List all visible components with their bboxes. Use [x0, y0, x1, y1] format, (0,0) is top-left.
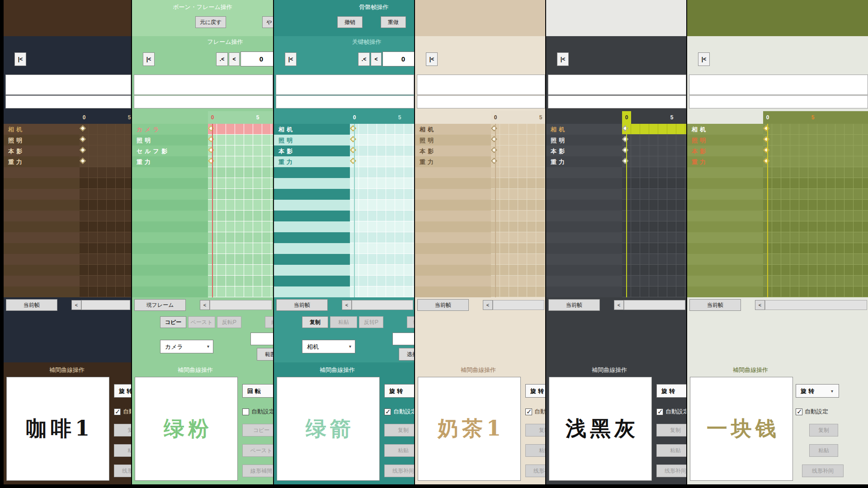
- keyframe-cells[interactable]: [350, 276, 414, 286]
- keyframe-cells[interactable]: [491, 124, 545, 135]
- timeline-row[interactable]: [546, 167, 686, 178]
- keyframe-cells[interactable]: [208, 221, 273, 232]
- timeline-row[interactable]: [274, 286, 414, 297]
- timeline-row[interactable]: [687, 254, 868, 265]
- timeline-row[interactable]: [132, 200, 273, 211]
- timeline-row[interactable]: [274, 211, 414, 221]
- paste-button[interactable]: ペースト: [188, 316, 215, 328]
- timeline-row[interactable]: [4, 232, 131, 243]
- timeline-row[interactable]: [415, 189, 545, 200]
- keyframe-timeline[interactable]: 0 5 相机照明本影重力: [415, 111, 545, 297]
- range-select-button[interactable]: 範囲選択: [257, 348, 273, 361]
- first-frame-button[interactable]: |<: [143, 52, 155, 66]
- keyframe-cells[interactable]: [491, 211, 545, 221]
- timeline-row[interactable]: 照明: [415, 135, 545, 145]
- keyframe-cells[interactable]: [491, 286, 545, 297]
- auto-setting-checkbox[interactable]: 自動設定: [114, 408, 131, 416]
- keyframe-diamond-icon[interactable]: [491, 136, 497, 142]
- rotate-select[interactable]: 旋转 ▾: [114, 384, 131, 398]
- scroll-left-button[interactable]: <: [71, 300, 81, 310]
- interp-paste-button[interactable]: 粘贴: [525, 444, 545, 457]
- keyframe-cells[interactable]: [622, 232, 686, 243]
- interp-copy-button[interactable]: 复制: [384, 424, 414, 436]
- current-frame-button[interactable]: 当前帧: [6, 299, 57, 311]
- keyframe-cells[interactable]: [763, 178, 868, 189]
- timeline-row[interactable]: [546, 178, 686, 189]
- timeline-row[interactable]: [415, 211, 545, 221]
- timeline-row[interactable]: [274, 189, 414, 200]
- timeline-row[interactable]: [687, 265, 868, 276]
- timeline-row[interactable]: [687, 243, 868, 254]
- timeline-row[interactable]: 重力: [274, 156, 414, 167]
- keyframe-cells[interactable]: [491, 232, 545, 243]
- timeline-row[interactable]: 重力: [4, 156, 131, 167]
- keyframe-cells[interactable]: [763, 124, 868, 135]
- keyframe-cells[interactable]: [80, 124, 131, 135]
- reverse-paste-button[interactable]: 反転P: [217, 316, 241, 328]
- keyframe-cells[interactable]: [350, 265, 414, 276]
- interp-copy-button[interactable]: 复制: [525, 424, 545, 436]
- keyframe-diamond-icon[interactable]: [622, 158, 628, 164]
- extra-button[interactable]: 絞: [265, 316, 273, 328]
- timeline-row[interactable]: [546, 200, 686, 211]
- keyframe-cells[interactable]: [622, 124, 686, 135]
- keyframe-cells[interactable]: [491, 221, 545, 232]
- timeline-row[interactable]: [415, 286, 545, 297]
- timeline-scrollbar[interactable]: [81, 300, 130, 310]
- prev-frame-button[interactable]: <: [229, 52, 240, 66]
- keyframe-cells[interactable]: [208, 156, 273, 167]
- keyframe-diamond-icon[interactable]: [350, 158, 356, 164]
- bone-name-field[interactable]: [417, 75, 545, 95]
- keyframe-cells[interactable]: [350, 243, 414, 254]
- timeline-row[interactable]: [132, 221, 273, 232]
- timeline-row[interactable]: カメラ: [132, 124, 273, 135]
- keyframe-cells[interactable]: [622, 276, 686, 286]
- keyframe-cells[interactable]: [208, 232, 273, 243]
- timeline-row[interactable]: 照明: [274, 135, 414, 145]
- timeline-row[interactable]: [274, 243, 414, 254]
- first-frame-button[interactable]: |<: [14, 52, 26, 66]
- keyframe-cells[interactable]: [208, 276, 273, 286]
- timeline-scrollbar[interactable]: [624, 300, 685, 310]
- keyframe-cells[interactable]: [350, 124, 414, 135]
- interp-copy-button[interactable]: 复制: [809, 424, 838, 436]
- timeline-row[interactable]: [687, 232, 868, 243]
- auto-setting-checkbox[interactable]: 自動設定: [525, 408, 545, 416]
- scroll-left-button[interactable]: <: [342, 300, 352, 310]
- timeline-row[interactable]: [546, 276, 686, 286]
- timeline-row[interactable]: [415, 221, 545, 232]
- keyframe-diamond-icon[interactable]: [208, 158, 214, 164]
- linear-interp-button[interactable]: 线形补间: [114, 465, 131, 477]
- timeline-row[interactable]: [4, 200, 131, 211]
- frame-number-input[interactable]: [241, 52, 273, 66]
- bone-name-field[interactable]: [548, 75, 686, 95]
- paste-button[interactable]: 粘贴: [330, 316, 357, 328]
- interp-copy-button[interactable]: 复制: [656, 424, 686, 436]
- keyframe-cells[interactable]: [80, 167, 131, 178]
- timeline-row[interactable]: 相机: [415, 124, 545, 135]
- keyframe-diamond-icon[interactable]: [80, 158, 86, 164]
- timeline-row[interactable]: 相机: [687, 124, 868, 135]
- keyframe-cells[interactable]: [622, 265, 686, 276]
- keyframe-timeline[interactable]: 0 5 カメラ照明セルフ影重力: [132, 111, 273, 297]
- keyframe-cells[interactable]: [80, 243, 131, 254]
- keyframe-cells[interactable]: [350, 189, 414, 200]
- first-frame-button[interactable]: |<: [426, 52, 438, 66]
- timeline-row[interactable]: [415, 167, 545, 178]
- keyframe-diamond-icon[interactable]: [763, 158, 769, 164]
- timeline-row[interactable]: [687, 286, 868, 297]
- current-frame-button[interactable]: 現フレーム: [134, 299, 186, 311]
- timeline-row[interactable]: [415, 200, 545, 211]
- keyframe-cells[interactable]: [491, 167, 545, 178]
- timeline-scrollbar[interactable]: [765, 300, 867, 310]
- timeline-row[interactable]: [4, 211, 131, 221]
- linear-interp-button[interactable]: 线形补间: [802, 465, 844, 477]
- keyframe-cells[interactable]: [208, 189, 273, 200]
- timeline-scrollbar[interactable]: [493, 300, 544, 310]
- timeline-row[interactable]: [415, 243, 545, 254]
- bone-name-field[interactable]: [5, 75, 131, 95]
- scroll-left-button[interactable]: <: [614, 300, 624, 310]
- keyframe-diamond-icon[interactable]: [763, 147, 769, 153]
- timeline-row[interactable]: [274, 232, 414, 243]
- interp-paste-button[interactable]: ペースト: [242, 444, 273, 457]
